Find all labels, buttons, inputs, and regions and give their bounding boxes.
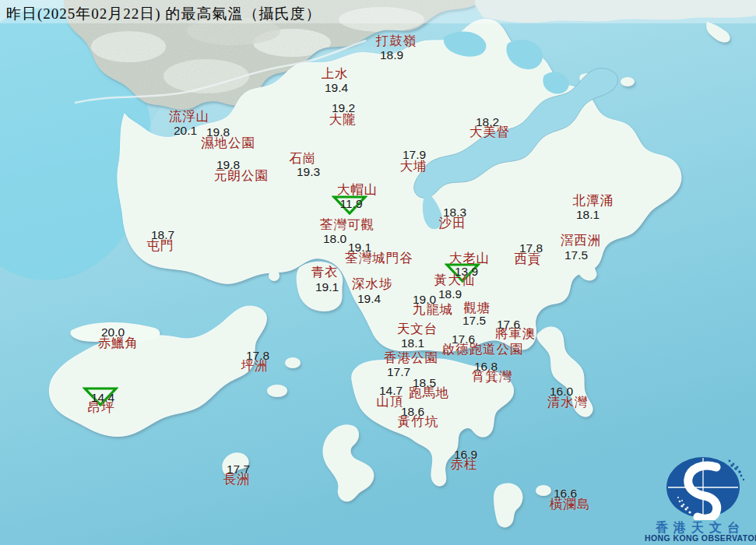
station-name: 山頂 <box>377 396 404 409</box>
station-labels-layer: 打鼓嶺18.9上水19.4大隴19.2大美督18.2流浮山20.1濕地公園19.… <box>0 0 756 545</box>
station-temp: 19.0 <box>413 294 436 306</box>
station-name: 滘西洲 <box>561 234 602 248</box>
station-temp: 19.8 <box>206 126 230 139</box>
station-temp: 18.9 <box>380 49 403 62</box>
station-temp: 17.5 <box>564 249 588 262</box>
station-temp: 18.2 <box>476 116 499 128</box>
station-name: 北潭涌 <box>573 195 614 208</box>
station-name: 流浮山 <box>169 111 210 124</box>
station-name: 赤鱲角 <box>98 337 139 350</box>
station-temp: 19.3 <box>297 166 320 178</box>
station-temp: 18.5 <box>413 377 436 389</box>
station-temp: 16.6 <box>554 487 577 500</box>
station-temp: 19.4 <box>325 82 348 94</box>
station-name: 清水灣 <box>547 396 589 410</box>
station-temp: 17.7 <box>387 366 410 378</box>
station-temp: 18.6 <box>401 406 424 418</box>
station-name: 香港公園 <box>384 352 438 365</box>
hko-logo: 香港天文台 HONG KONG OBSERVATORY <box>645 450 756 545</box>
station-temp: 17.6 <box>452 333 475 346</box>
station-name: 上水 <box>322 68 349 81</box>
station-name: 濕地公園 <box>201 137 255 150</box>
station-temp: 14.4 <box>91 392 114 404</box>
station-name: 屯門 <box>147 240 174 253</box>
map-title: 昨日(2025年02月22日) 的最高氣溫（攝氏度） <box>6 4 321 24</box>
station-name: 天文台 <box>397 323 438 336</box>
station-name: 黃大仙 <box>434 274 476 287</box>
station-temp: 18.7 <box>151 229 174 241</box>
station-name: 荃灣可觀 <box>320 219 374 232</box>
station-temp: 16.9 <box>454 448 477 461</box>
hko-logo-icon <box>645 450 756 520</box>
station-temp: 18.1 <box>401 337 424 350</box>
station-temp: 17.8 <box>246 350 269 362</box>
station-temp: 19.8 <box>216 159 240 171</box>
weather-map: 打鼓嶺18.9上水19.4大隴19.2大美督18.2流浮山20.1濕地公園19.… <box>0 0 756 545</box>
station-name: 深水埗 <box>352 278 393 291</box>
station-temp: 14.7 <box>379 385 403 397</box>
station-name: 石崗 <box>290 153 317 166</box>
station-name: 橫瀾島 <box>550 498 591 512</box>
station-temp: 17.7 <box>227 463 250 476</box>
station-temp: 20.1 <box>174 125 197 137</box>
station-name: 大老山 <box>449 252 491 265</box>
station-name: 青衣 <box>311 266 339 280</box>
station-temp: 18.9 <box>438 288 462 301</box>
station-temp: 17.8 <box>519 242 543 255</box>
station-temp: 19.4 <box>357 293 381 305</box>
station-name: 打鼓嶺 <box>376 35 417 48</box>
hko-logo-name-en: HONG KONG OBSERVATORY <box>645 533 756 543</box>
station-temp: 17.6 <box>497 318 520 331</box>
station-name: 荃灣城門谷 <box>345 252 413 265</box>
station-temp: 19.2 <box>332 102 355 114</box>
station-temp: 11.9 <box>339 198 362 210</box>
station-temp: 19.1 <box>348 241 371 254</box>
station-temp: 18.3 <box>443 206 466 219</box>
station-name: 大帽山 <box>337 184 378 197</box>
station-name: 大埔 <box>400 160 427 174</box>
station-temp: 19.1 <box>315 281 339 294</box>
station-temp: 16.0 <box>550 385 573 398</box>
station-name: 元朗公園 <box>214 170 269 183</box>
station-temp: 18.0 <box>323 233 346 245</box>
station-temp: 17.5 <box>462 315 486 327</box>
station-temp: 17.9 <box>403 149 426 161</box>
station-temp: 16.8 <box>474 360 498 373</box>
station-name: 大隴 <box>329 114 357 127</box>
station-temp: 20.0 <box>101 326 125 339</box>
station-temp: 18.1 <box>576 209 600 221</box>
station-name: 西貢 <box>515 253 542 266</box>
station-name: 沙田 <box>439 217 466 230</box>
